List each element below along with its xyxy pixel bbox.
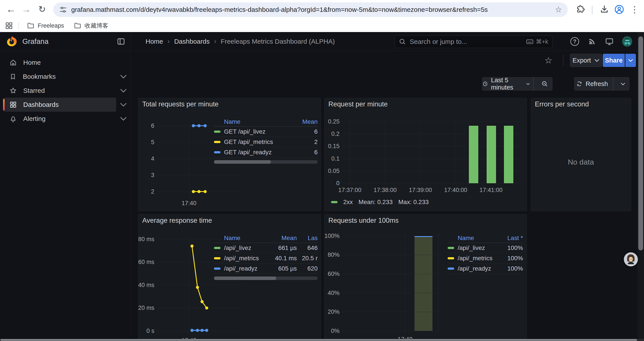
panel-title[interactable]: Total requests per minute — [142, 100, 218, 108]
bar[interactable] — [504, 126, 513, 183]
y-axis-label: 20% — [324, 308, 340, 315]
time-range-picker[interactable]: Last 5 minutes — [482, 78, 530, 90]
back-icon[interactable]: ← — [4, 2, 18, 16]
legend-row[interactable]: /api/_readyz605 µs620 — [214, 263, 318, 274]
panel-title[interactable]: Errors per second — [535, 100, 589, 108]
chevron-down-icon — [526, 83, 530, 85]
zoom-out-button[interactable] — [537, 78, 552, 90]
y-axis-label: 0.25 — [324, 118, 340, 125]
legend-value: 100% — [494, 265, 523, 272]
reload-icon[interactable]: ↻ — [35, 2, 49, 16]
series-swatch[interactable] — [214, 247, 220, 249]
legend-row[interactable]: GET /api/_livez6 — [214, 127, 318, 137]
user-avatar[interactable] — [622, 37, 632, 47]
legend-col-name[interactable]: Name — [214, 235, 264, 242]
horizontal-scrollbar-thumb[interactable] — [0, 339, 637, 341]
search-icon — [399, 38, 406, 46]
series-swatch[interactable] — [214, 131, 220, 133]
grafana-brand: Grafana — [22, 37, 48, 46]
monitor-icon[interactable] — [604, 37, 614, 47]
legend-col[interactable]: Las — [297, 235, 318, 242]
profile-icon[interactable] — [613, 3, 626, 16]
y-axis-label: 3 — [138, 172, 154, 179]
legend-series-label[interactable]: 2xx — [343, 199, 353, 206]
sidebar-item-dashboards[interactable]: Dashboards — [3, 98, 116, 112]
vertical-scrollbar-thumb[interactable] — [638, 37, 643, 250]
series-swatch[interactable] — [448, 267, 454, 270]
bar[interactable] — [469, 126, 478, 183]
legend-col[interactable]: Mean — [291, 118, 318, 125]
horizontal-scrollbar[interactable] — [0, 339, 644, 341]
chevron-down-icon — [621, 83, 625, 85]
browser-menu-icon[interactable]: ⋮ — [628, 3, 641, 16]
floating-assistant-avatar[interactable] — [624, 252, 638, 266]
y-axis-label: 80 ms — [138, 236, 154, 243]
refresh-interval-button[interactable] — [617, 78, 629, 90]
export-button[interactable]: Export — [570, 54, 602, 67]
share-button[interactable]: Share — [603, 54, 625, 67]
breadcrumb-dashboards[interactable]: Dashboards — [174, 38, 210, 45]
url-text[interactable]: grafana.mathmast.com/d/deytv4rwavabkb/fr… — [71, 6, 551, 14]
help-icon[interactable]: ? — [570, 37, 580, 47]
series-swatch[interactable] — [214, 257, 220, 259]
legend-row[interactable]: GET /api/_readyz6 — [214, 147, 318, 158]
panel-average-response-time: Average response time 80 ms60 ms40 ms20 … — [138, 214, 321, 341]
site-settings-icon[interactable] — [59, 6, 67, 14]
legend-col-name[interactable]: Name — [214, 118, 291, 125]
series-swatch[interactable] — [214, 151, 220, 153]
y-axis-label: 60% — [324, 270, 340, 277]
panel-title[interactable]: Average response time — [142, 217, 212, 224]
sidebar-item-label: Alerting — [23, 115, 46, 122]
y-axis-label: 0.05 — [324, 167, 340, 174]
legend-row[interactable]: /api/_livez100% — [448, 243, 523, 253]
sidebar-item-home[interactable]: Home — [3, 56, 116, 70]
legend-col-name[interactable]: Name — [448, 235, 494, 242]
legend-col[interactable]: Mean — [264, 235, 297, 242]
downloads-icon[interactable] — [598, 3, 611, 16]
bookmark-star-icon[interactable]: ☆ — [555, 6, 562, 14]
refresh-button[interactable]: Refresh — [574, 78, 609, 90]
grafana-logo-icon[interactable] — [6, 36, 18, 47]
breadcrumb-home[interactable]: Home — [146, 38, 163, 45]
series-swatch[interactable] — [448, 247, 454, 249]
chevron-down-icon[interactable] — [120, 74, 127, 79]
vertical-scrollbar[interactable] — [638, 32, 644, 339]
legend-row[interactable]: GET /api/_metrics2 — [214, 137, 318, 147]
sidebar-item-alerting[interactable]: Alerting — [3, 112, 116, 126]
favorite-dashboard-star-icon[interactable]: ☆ — [544, 55, 552, 65]
legend-row[interactable]: /api/_metrics40.1 ms20.5 r — [214, 253, 318, 263]
sidebar-item-starred[interactable]: Starred — [3, 84, 116, 98]
chevron-down-icon[interactable] — [120, 103, 127, 107]
bar[interactable] — [414, 236, 432, 331]
group-divider — [533, 78, 534, 90]
news-rss-icon[interactable] — [587, 37, 597, 47]
legend-scrollbar[interactable] — [214, 160, 318, 164]
legend-row[interactable]: /api/_readyz100% — [448, 263, 523, 274]
legend-scrollbar[interactable] — [214, 276, 318, 280]
search-input[interactable]: Search or jump to... ⌘+k — [394, 35, 552, 48]
sidebar-toggle-icon[interactable] — [116, 37, 126, 46]
legend-header: NameMean — [214, 117, 318, 127]
bookmark-folder-blogs[interactable]: 收藏博客 — [69, 21, 113, 31]
legend-value: 646 — [297, 244, 318, 251]
legend-row[interactable]: /api/_metrics100% — [448, 253, 523, 263]
forward-icon[interactable]: → — [19, 2, 33, 16]
series-swatch[interactable] — [214, 141, 220, 143]
chevron-down-icon[interactable] — [120, 117, 127, 121]
panel-title[interactable]: Request per minute — [328, 100, 388, 108]
bookmark-folder-freeleaps[interactable]: Freeleaps — [22, 21, 69, 31]
legend-col[interactable]: Last * — [494, 235, 523, 242]
dashboards-grid-icon — [9, 101, 17, 109]
bar[interactable] — [486, 126, 496, 183]
chevron-down-icon[interactable] — [120, 88, 127, 93]
apps-grid-icon[interactable] — [3, 19, 15, 32]
share-menu-button[interactable] — [625, 54, 636, 67]
extensions-icon[interactable] — [574, 3, 587, 16]
panel-requests-under-100ms: Requests under 100ms 100%80%60%40%20%0%1… — [324, 214, 527, 341]
legend-row[interactable]: /api/_livez661 µs646 — [214, 243, 318, 253]
series-swatch[interactable] — [448, 257, 454, 259]
url-bar[interactable]: grafana.mathmast.com/d/deytv4rwavabkb/fr… — [53, 3, 568, 17]
sidebar-item-bookmarks[interactable]: Bookmarks — [3, 70, 116, 84]
panel-title[interactable]: Requests under 100ms — [328, 217, 399, 224]
series-swatch[interactable] — [214, 267, 220, 270]
